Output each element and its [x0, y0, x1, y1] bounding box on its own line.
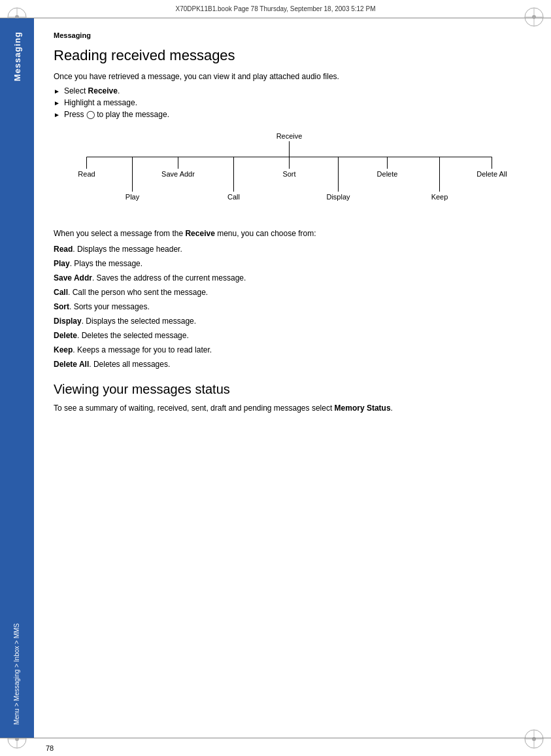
bottom-bar: [0, 738, 551, 756]
section-header: Messaging: [54, 31, 525, 39]
svg-text:Delete All: Delete All: [476, 170, 507, 178]
svg-text:Display: Display: [326, 193, 350, 201]
svg-text:Receive: Receive: [276, 132, 303, 140]
bullet-arrow-2: ►: [54, 99, 60, 107]
top-bar: X70DPK11B1.book Page 78 Thursday, Septem…: [0, 0, 551, 18]
select-intro: When you select a message from the Recei…: [54, 228, 525, 239]
section2-title: Viewing your messages status: [54, 382, 525, 397]
bullet-3: ► Press ◯ to play the message.: [54, 110, 525, 119]
desc-keep: Keep. Keeps a message for you to read la…: [54, 344, 525, 356]
svg-text:Save Addr: Save Addr: [161, 170, 195, 178]
diagram-svg: Receive Read Save Addr Sort Delete Delet…: [54, 129, 525, 215]
desc-read: Read. Displays the message header.: [54, 243, 525, 255]
top-bar-text: X70DPK11B1.book Page 78 Thursday, Septem…: [176, 5, 376, 12]
bullet-text-3: Press ◯ to play the message.: [64, 110, 169, 119]
intro-text: Once you have retrieved a message, you c…: [54, 71, 525, 82]
desc-delete-all: Delete All. Deletes all messages.: [54, 358, 525, 370]
desc-display: Display. Displays the selected message.: [54, 315, 525, 327]
bullet-arrow-3: ►: [54, 111, 60, 118]
bullet-arrow-1: ►: [54, 88, 60, 95]
section2-text: To see a summary of waiting, received, s…: [54, 402, 525, 414]
desc-save-addr: Save Addr. Saves the address of the curr…: [54, 272, 525, 284]
svg-text:Sort: Sort: [282, 170, 295, 178]
sidebar-title: Messaging: [12, 31, 22, 81]
bullet-2: ► Highlight a message.: [54, 98, 525, 107]
desc-play: Play. Plays the message.: [54, 258, 525, 269]
bullet-text-1: Select Receive.: [64, 86, 120, 95]
diagram: Receive Read Save Addr Sort Delete Delet…: [54, 129, 525, 215]
bullet-text-2: Highlight a message.: [64, 98, 137, 107]
svg-text:Delete: Delete: [377, 170, 398, 178]
svg-text:Call: Call: [227, 193, 240, 201]
sidebar: Messaging Menu > Messaging > Inbox > MMS: [0, 18, 34, 738]
page-title: Reading received messages: [54, 47, 525, 64]
desc-sort: Sort. Sorts your messages.: [54, 301, 525, 313]
main-content: Messaging Reading received messages Once…: [34, 18, 551, 738]
svg-text:Keep: Keep: [431, 193, 448, 201]
bullet-1: ► Select Receive.: [54, 86, 525, 95]
desc-delete: Delete. Deletes the selected message.: [54, 330, 525, 341]
svg-text:Read: Read: [78, 170, 95, 178]
svg-text:Play: Play: [125, 193, 140, 201]
desc-call: Call. Call the person who sent the messa…: [54, 286, 525, 298]
sidebar-nav-text: Menu > Messaging > Inbox > MMS: [12, 623, 22, 725]
